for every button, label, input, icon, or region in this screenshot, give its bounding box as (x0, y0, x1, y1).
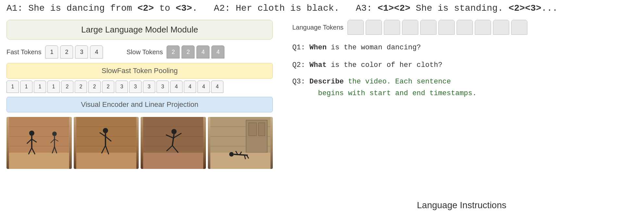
llm-module-box: Large Language Model Module (6, 20, 273, 40)
fast-token-1: 1 (45, 45, 58, 58)
qa-section: Q1: When is the woman dancing? Q2: What … (292, 41, 631, 197)
st-3-3: 3 (143, 81, 155, 93)
slow-token-3: 4 (196, 45, 209, 58)
dancer-silhouette-3 (141, 117, 206, 169)
question-1: Q1: When is the woman dancing? (292, 41, 631, 54)
st-2-4: 2 (102, 81, 114, 93)
svg-rect-31 (143, 117, 203, 153)
svg-rect-48 (248, 123, 256, 136)
st-3-1: 3 (116, 81, 128, 93)
st-4-2: 4 (184, 81, 196, 93)
svg-rect-23 (76, 153, 136, 169)
dancer-silhouette-1 (6, 117, 72, 169)
svg-rect-49 (258, 123, 265, 136)
video-frame-1 (6, 117, 72, 169)
svg-point-36 (171, 129, 177, 134)
lang-token-9 (493, 20, 509, 35)
slow-token-1: 2 (167, 45, 180, 58)
slow-tokens-label: Slow Tokens (126, 48, 163, 56)
fast-tokens-label: Fast Tokens (6, 48, 41, 56)
fast-token-3: 3 (75, 45, 88, 58)
slow-token-2: 2 (182, 45, 195, 58)
fast-token-4: 4 (90, 45, 103, 58)
lang-token-6 (438, 20, 455, 35)
right-panel: Language Tokens Q1: When is the woman da… (279, 17, 644, 214)
annotation-text: A1: She is dancing from <2> to <3>. A2: … (6, 3, 558, 13)
svg-rect-35 (143, 153, 203, 169)
fast-slow-token-row: Fast Tokens 1 2 3 4 Slow Tokens 2 2 4 4 (6, 45, 273, 58)
svg-rect-5 (9, 153, 69, 169)
video-frame-3 (141, 117, 206, 169)
lang-token-2 (366, 20, 382, 35)
language-instructions: Language Instructions (292, 200, 631, 210)
st-3-4: 3 (157, 81, 169, 93)
pooling-bar: SlowFast Token Pooling (6, 63, 273, 79)
question-3: Q3: Describe the video. Each sentence be… (292, 76, 631, 99)
pooling-label: SlowFast Token Pooling (102, 67, 178, 75)
lang-token-5 (420, 20, 436, 35)
llm-module-title: Large Language Model Module (81, 25, 198, 34)
svg-point-24 (103, 128, 108, 133)
lang-token-4 (402, 20, 418, 35)
fast-token-2: 2 (60, 45, 73, 58)
st-1-1: 1 (6, 81, 19, 93)
video-frames (6, 117, 273, 169)
annotation-bar: A1: She is dancing from <2> to <3>. A2: … (0, 0, 644, 17)
dancer-silhouette-2 (74, 117, 139, 169)
st-1-4: 1 (47, 81, 60, 93)
st-2-3: 2 (88, 81, 101, 93)
language-tokens-row: Language Tokens (292, 20, 631, 35)
left-panel: Large Language Model Module Fast Tokens … (0, 17, 279, 214)
encoder-label: Visual Encoder and Linear Projection (81, 100, 198, 108)
svg-point-12 (52, 132, 57, 136)
svg-point-51 (229, 152, 234, 157)
encoder-bar: Visual Encoder and Linear Projection (6, 97, 273, 112)
st-4-3: 4 (197, 81, 210, 93)
st-1-2: 1 (20, 81, 32, 93)
svg-point-6 (29, 131, 34, 136)
st-3-2: 3 (129, 81, 142, 93)
st-2-2: 2 (75, 81, 87, 93)
slow-token-4: 4 (211, 45, 224, 58)
st-2-1: 2 (61, 81, 73, 93)
lang-token-8 (475, 20, 491, 35)
dancer-silhouette-4 (208, 117, 273, 169)
lang-token-1 (347, 20, 364, 35)
svg-rect-1 (9, 117, 69, 153)
st-4-4: 4 (211, 81, 223, 93)
lang-token-3 (384, 20, 400, 35)
st-1-3: 1 (34, 81, 46, 93)
st-4-1: 4 (170, 81, 183, 93)
lang-token-10 (511, 20, 527, 35)
video-frame-4 (208, 117, 273, 169)
question-2: Q2: What is the color of her cloth? (292, 59, 631, 72)
lang-token-7 (457, 20, 473, 35)
video-frame-2 (74, 117, 139, 169)
language-tokens-label: Language Tokens (292, 24, 344, 31)
small-tokens-row: 1 1 1 1 2 2 2 2 3 3 3 3 4 4 4 4 (6, 81, 273, 93)
main-content: Large Language Model Module Fast Tokens … (0, 17, 644, 214)
